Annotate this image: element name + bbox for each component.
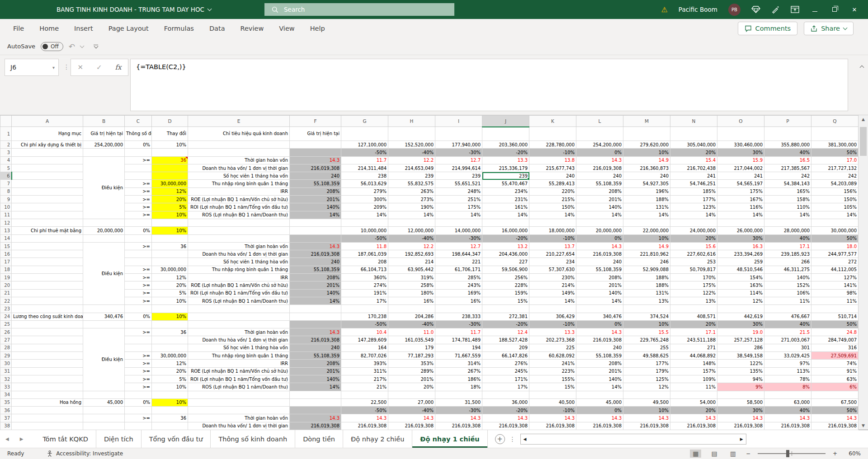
cell-D13[interactable]: 10% — [152, 227, 188, 234]
cell-Q28[interactable]: 316 — [811, 344, 859, 351]
cell-Q29[interactable]: 27,509,691 — [811, 352, 859, 360]
cell-O16[interactable]: 233,394,269 — [717, 250, 764, 258]
cell-C4[interactable]: >= — [125, 156, 152, 164]
cell-N38[interactable]: 216,019,308 — [670, 422, 717, 430]
cell-H16[interactable]: 192,852,693 — [388, 250, 435, 258]
cell-A16[interactable] — [12, 250, 83, 258]
cell-M16[interactable]: 221,810,962 — [623, 250, 670, 258]
cell-E32[interactable]: ROI (Lợi nhuận BQ 1 năm/Tổng vốn đầu tư) — [188, 375, 290, 383]
cell-A14[interactable] — [12, 234, 83, 242]
cell-G15[interactable]: 11.8 — [341, 242, 388, 250]
cell-N5[interactable]: 216,702,438 — [670, 164, 717, 172]
cell-M9[interactable]: 188% — [623, 196, 670, 203]
cell-A19[interactable] — [12, 274, 83, 281]
cell-J13[interactable]: 16,000,000 — [482, 227, 529, 234]
minimize-button[interactable] — [810, 6, 819, 13]
warning-icon[interactable]: ⚠ — [661, 5, 668, 14]
cell-A21[interactable] — [12, 289, 83, 297]
cell-I31[interactable]: 267% — [435, 367, 482, 375]
row-header-27[interactable]: 27 — [0, 336, 12, 344]
cell-I38[interactable]: 216,019,308 — [435, 422, 482, 430]
editing-pen-icon[interactable] — [771, 5, 780, 14]
cell-L34[interactable] — [576, 391, 623, 398]
cell-D14[interactable] — [152, 234, 188, 242]
row-header-22[interactable]: 22 — [0, 297, 12, 304]
autosave-toggle[interactable]: Off — [41, 42, 63, 51]
cell-B36[interactable] — [83, 407, 125, 414]
cell-M35[interactable]: 49,500 — [623, 398, 670, 406]
close-button[interactable]: ✕ — [850, 6, 859, 13]
cell-D18[interactable]: 30,000,000 — [152, 266, 188, 273]
cell-P14[interactable]: 40% — [764, 234, 811, 242]
row-header-20[interactable]: 20 — [0, 281, 12, 289]
cell-Q6[interactable]: 242 — [811, 172, 859, 180]
cell-N14[interactable]: 20% — [670, 234, 717, 242]
row-header-1[interactable]: 1 — [0, 127, 12, 141]
cell-G38[interactable]: 216,019,308 — [341, 422, 388, 430]
drag-handle-icon[interactable]: ⋮ — [63, 63, 70, 70]
cell-H6[interactable]: 239 — [388, 172, 435, 180]
cell-F33[interactable]: 14% — [290, 383, 341, 391]
cell-J31[interactable]: 245% — [482, 367, 529, 375]
undo-button[interactable]: ↶ — [69, 42, 75, 51]
cell-P36[interactable]: 40% — [764, 407, 811, 414]
cell-B1[interactable]: Giá trị hiện tại — [83, 127, 125, 141]
cell-C18[interactable]: >= — [125, 266, 152, 273]
cell-C13[interactable]: 0% — [125, 227, 152, 234]
cell-G30[interactable]: 393% — [341, 360, 388, 367]
cell-N29[interactable]: 44,068,892 — [670, 352, 717, 360]
cell-H38[interactable]: 216,019,308 — [388, 422, 435, 430]
cell-J19[interactable]: 256% — [482, 274, 529, 281]
cell-G34[interactable] — [341, 391, 388, 398]
cell-G24[interactable]: 170,238 — [341, 313, 388, 320]
page-break-view-button[interactable]: ▥ — [727, 450, 739, 458]
cell-O5[interactable]: 217,044,002 — [717, 164, 764, 172]
cell-F31[interactable]: 201% — [290, 367, 341, 375]
cell-J23[interactable] — [482, 305, 529, 313]
cell-G20[interactable]: 274% — [341, 281, 388, 289]
cell-E10[interactable]: ROI (Lợi nhuận BQ 1 năm/Tổng vốn đầu tư) — [188, 203, 290, 211]
row-header-13[interactable]: 13 — [0, 227, 12, 234]
row-header-29[interactable]: 29 — [0, 352, 12, 360]
cell-H21[interactable]: 180% — [388, 289, 435, 297]
cell-K4[interactable]: 13.8 — [529, 156, 576, 164]
cell-F13[interactable] — [290, 227, 341, 234]
cell-A2[interactable]: Chi phí xây dựng & thiết bị — [12, 141, 83, 149]
cell-F19[interactable]: 208% — [290, 274, 341, 281]
cell-L19[interactable]: 208% — [576, 274, 623, 281]
share-button[interactable]: Share — [804, 22, 854, 35]
cell-F6[interactable]: 240 — [290, 172, 341, 180]
cell-G28[interactable]: 164 — [341, 344, 388, 351]
cell-A17[interactable] — [12, 258, 83, 266]
cell-N9[interactable]: 177% — [670, 196, 717, 203]
cell-F10[interactable]: 140% — [290, 203, 341, 211]
cell-P21[interactable]: 106% — [764, 289, 811, 297]
cell-C32[interactable]: >= — [125, 375, 152, 383]
cell-H29[interactable]: 77,187,293 — [388, 352, 435, 360]
cell-O22[interactable]: 12% — [717, 297, 764, 304]
cell-N15[interactable]: 15.6 — [670, 242, 717, 250]
cell-O31[interactable]: 135% — [717, 367, 764, 375]
row-header-15[interactable]: 15 — [0, 242, 12, 250]
row-header-14[interactable]: 14 — [0, 234, 12, 242]
cell-G16[interactable]: 187,061,039 — [341, 250, 388, 258]
cell-M8[interactable]: 196% — [623, 187, 670, 195]
cell-K10[interactable]: 150% — [529, 203, 576, 211]
cell-O25[interactable]: 30% — [717, 320, 764, 328]
cell-Q15[interactable]: 18.0 — [811, 242, 859, 250]
cell-P25[interactable]: 40% — [764, 320, 811, 328]
cell-Q23[interactable] — [811, 305, 859, 313]
cell-H27[interactable]: 161,035,549 — [388, 336, 435, 344]
cell-A38[interactable] — [12, 422, 83, 430]
cell-O28[interactable]: 286 — [717, 344, 764, 351]
cell-Q32[interactable]: 63% — [811, 375, 859, 383]
cell-F16[interactable]: 216,019,308 — [290, 250, 341, 258]
cell-Q12[interactable] — [811, 219, 859, 226]
cell-H14[interactable]: -40% — [388, 234, 435, 242]
cell-F26[interactable]: 14.3 — [290, 328, 341, 336]
cell-K29[interactable]: 60,628,092 — [529, 352, 576, 360]
cell-I21[interactable]: 169% — [435, 289, 482, 297]
cell-C2[interactable]: 0% — [125, 141, 152, 149]
row-header-6[interactable]: 6 — [0, 172, 12, 180]
cell-K24[interactable]: 306,429 — [529, 313, 576, 320]
